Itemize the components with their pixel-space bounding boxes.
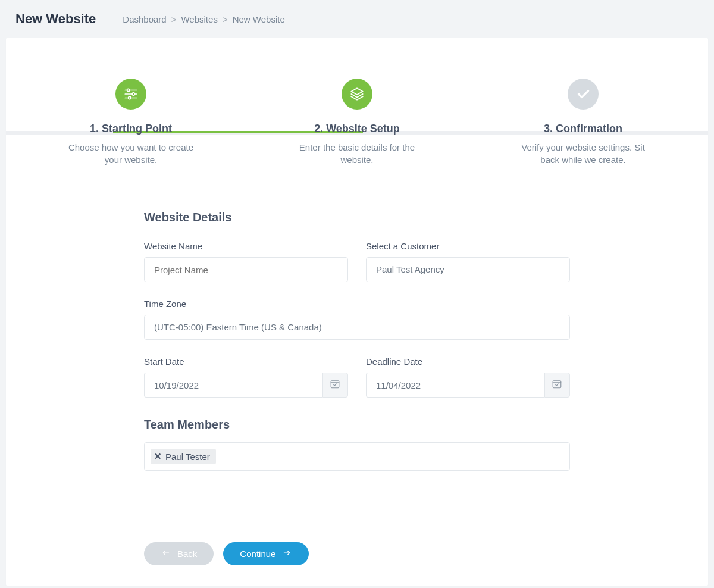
page-title: New Website	[15, 11, 96, 27]
check-icon	[568, 79, 599, 110]
deadline-date-picker-button[interactable]	[544, 373, 570, 398]
svg-marker-6	[351, 88, 363, 95]
sliders-icon	[115, 79, 146, 110]
main-card: 1. Starting Point Choose how you want to…	[6, 38, 708, 586]
breadcrumb: Dashboard > Websites > New Website	[123, 14, 284, 24]
step-website-setup: 2. Website Setup Enter the basic details…	[286, 79, 428, 166]
step-title: 3. Confirmation	[512, 123, 654, 135]
deadline-date-label: Deadline Date	[366, 356, 570, 367]
calendar-icon	[330, 379, 340, 392]
website-name-label: Website Name	[144, 241, 348, 251]
header-divider	[109, 11, 109, 27]
start-date-picker-button[interactable]	[322, 373, 348, 398]
remove-tag-icon[interactable]: ✕	[154, 451, 162, 462]
wizard-footer: Back Continue	[6, 524, 708, 586]
continue-button[interactable]: Continue	[223, 542, 309, 565]
section-website-details: Website Details	[144, 211, 570, 224]
breadcrumb-sep: >	[171, 14, 177, 24]
svg-rect-7	[331, 381, 340, 388]
customer-select[interactable]: Paul Test Agency	[366, 257, 570, 282]
calendar-icon	[552, 379, 562, 392]
step-desc: Verify your website settings. Sit back w…	[512, 141, 654, 166]
step-title: 2. Website Setup	[286, 123, 428, 135]
arrow-right-icon	[281, 549, 292, 559]
step-starting-point: 1. Starting Point Choose how you want to…	[60, 79, 202, 166]
form-area: Website Details Website Name Select a Cu…	[6, 211, 708, 471]
back-button-label: Back	[177, 549, 197, 559]
page-header: New Website Dashboard > Websites > New W…	[0, 0, 714, 38]
timezone-label: Time Zone	[144, 299, 570, 309]
continue-button-label: Continue	[240, 549, 275, 559]
breadcrumb-sep: >	[223, 14, 228, 24]
start-date-label: Start Date	[144, 356, 348, 367]
breadcrumb-dashboard[interactable]: Dashboard	[123, 14, 166, 24]
svg-point-3	[132, 93, 134, 95]
step-desc: Enter the basic details for the website.	[286, 141, 428, 166]
back-button[interactable]: Back	[144, 542, 214, 565]
section-team-members: Team Members	[144, 418, 570, 431]
customer-label: Select a Customer	[366, 241, 570, 251]
svg-rect-9	[553, 381, 562, 388]
team-member-name: Paul Tester	[165, 452, 210, 462]
website-name-input[interactable]	[144, 257, 348, 282]
arrow-left-icon	[161, 549, 171, 559]
layers-icon	[342, 79, 372, 110]
breadcrumb-websites[interactable]: Websites	[181, 14, 217, 24]
team-members-input[interactable]: ✕ Paul Tester	[144, 442, 570, 471]
deadline-date-input[interactable]	[366, 373, 544, 398]
stepper: 1. Starting Point Choose how you want to…	[6, 38, 708, 211]
breadcrumb-current: New Website	[233, 14, 285, 24]
svg-point-1	[127, 89, 130, 91]
step-confirmation: 3. Confirmation Verify your website sett…	[512, 79, 654, 166]
step-title: 1. Starting Point	[60, 123, 202, 135]
start-date-input[interactable]	[144, 373, 322, 398]
team-member-tag: ✕ Paul Tester	[151, 449, 216, 464]
timezone-select[interactable]: (UTC-05:00) Eastern Time (US & Canada)	[144, 315, 570, 340]
step-desc: Choose how you want to create your websi…	[60, 141, 202, 166]
svg-point-5	[129, 96, 131, 99]
